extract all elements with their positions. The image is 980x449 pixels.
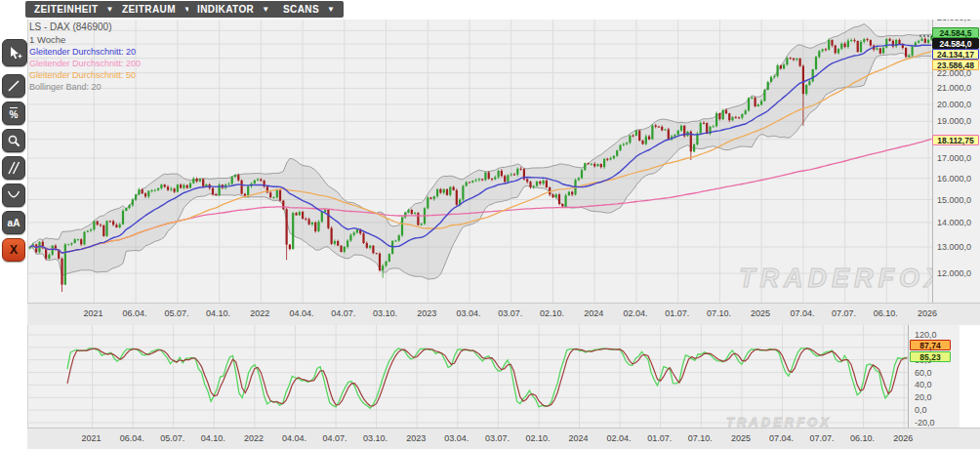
x-axis-label: 03.07. xyxy=(498,308,522,318)
oscillator-area[interactable] xyxy=(27,324,909,428)
text-tool-button[interactable]: aA xyxy=(2,211,25,234)
x-axis-label: 2022 xyxy=(244,433,264,443)
legend-sma200: Gleitender Durchschnitt: 200 xyxy=(29,58,141,69)
x-axis-label: 2026 xyxy=(918,308,937,318)
last-price-marker: 24.584,5 xyxy=(932,27,979,38)
legend-sma20: Gleitender Durchschnitt: 20 xyxy=(29,46,141,58)
bollinger-band xyxy=(30,24,932,280)
legend-bollinger: Bollinger Band: 20 xyxy=(29,81,141,93)
main-time-axis: 202106.04.05.07.04.10.202204.04.04.07.03… xyxy=(27,303,980,325)
x-axis-label: 04.10. xyxy=(201,433,225,443)
x-axis-label: 2022 xyxy=(250,308,269,318)
indikator-label: INDIKATOR xyxy=(197,4,254,15)
x-axis-label: 04.10. xyxy=(206,308,230,318)
price-tick-label: 13.000,0 xyxy=(937,242,971,252)
x-axis-label: 2024 xyxy=(568,433,588,443)
close-price-marker: 24.584,0 xyxy=(932,38,979,49)
delete-tool-button[interactable]: X xyxy=(2,238,25,262)
sma200-value-marker: 18.112,75 xyxy=(932,135,979,145)
stoch-d-marker: 85,23 xyxy=(910,351,951,362)
main-chart-area[interactable]: TRADERFOX xyxy=(27,20,933,303)
x-axis-label: 06.04. xyxy=(123,308,147,318)
scans-label: SCANS xyxy=(283,4,319,15)
interval-label: 1 Woche xyxy=(29,34,141,46)
trendline-icon xyxy=(7,79,20,93)
oscillator-tick-label: 0,0 xyxy=(915,405,927,415)
x-axis-label: 07.04. xyxy=(790,308,814,318)
x-axis-label: 03.07. xyxy=(485,433,510,443)
x-axis-label: 2024 xyxy=(584,308,603,318)
chevron-down-icon: ▼ xyxy=(327,6,335,14)
sma50-value-marker: 23.586,48 xyxy=(932,60,979,70)
chart-legend: LS - DAX (846900) 1 Woche Gleitender Dur… xyxy=(29,21,141,93)
main-chart-canvas[interactable] xyxy=(28,20,933,303)
x-axis-label: 06.10. xyxy=(850,433,875,443)
x-axis-label: 2021 xyxy=(83,308,102,318)
magnifier-icon xyxy=(7,134,20,147)
price-tick-label: 12.000,0 xyxy=(937,268,971,278)
zoom-tool-button[interactable] xyxy=(2,129,25,152)
x-axis-label: 2026 xyxy=(893,433,913,443)
zeiteinheit-label: ZEITEINHEIT xyxy=(34,4,99,15)
scans-dropdown[interactable]: SCANS ▼ xyxy=(274,1,344,18)
x-axis-label: 04.07. xyxy=(323,433,347,443)
oscillator-canvas[interactable] xyxy=(28,324,909,428)
x-axis-label: 03.10. xyxy=(363,433,388,443)
oscillator-tick-label: 40,0 xyxy=(915,380,932,389)
x-axis-label: 04.04. xyxy=(282,433,306,443)
x-axis-label: 02.04. xyxy=(607,433,632,443)
trendline-tool-button[interactable] xyxy=(2,74,25,98)
percent-tool-button[interactable]: % xyxy=(2,102,25,125)
zeiteinheit-dropdown[interactable]: ZEITEINHEIT ▼ xyxy=(25,1,123,18)
price-tick-label: 16.000,0 xyxy=(937,174,971,184)
x-axis-label: 07.04. xyxy=(769,433,794,443)
price-tick-label: 19.000,0 xyxy=(937,116,971,126)
oscillator-tick-label: 120,0 xyxy=(915,330,937,340)
x-axis-label: 01.07. xyxy=(647,433,672,443)
price-tick-label: 17.000,0 xyxy=(937,153,971,163)
x-axis-label: 03.10. xyxy=(373,308,397,318)
text-tool-icon: aA xyxy=(8,218,20,228)
x-axis-label: 2023 xyxy=(417,308,436,318)
close-icon: X xyxy=(10,243,18,257)
oscillator-time-axis: 202106.04.05.07.04.10.202204.04.04.07.03… xyxy=(27,428,980,449)
x-axis-label: 02.10. xyxy=(525,433,550,443)
chevron-down-icon: ▼ xyxy=(262,6,269,14)
x-axis-label: 2025 xyxy=(731,433,751,443)
oscillator-tick-label: 20,0 xyxy=(915,392,932,402)
x-axis-label: 06.04. xyxy=(120,433,144,443)
price-tick-label: 14.000,0 xyxy=(937,218,971,227)
x-axis-label: 04.04. xyxy=(290,308,314,318)
x-axis-label: 02.04. xyxy=(623,308,647,318)
price-tick-label: 15.000,0 xyxy=(937,195,971,205)
x-axis-label: 2023 xyxy=(406,433,426,443)
pointer-plus-icon xyxy=(8,46,22,61)
x-axis-label: 07.07. xyxy=(809,433,834,443)
oscillator-tick-label: 60,0 xyxy=(915,368,932,378)
indikator-dropdown[interactable]: INDIKATOR ▼ xyxy=(188,1,279,18)
x-axis-label: 03.04. xyxy=(456,308,480,318)
x-axis-label: 05.07. xyxy=(160,433,184,443)
zeitraum-label: ZEITRAUM xyxy=(122,4,176,15)
charting-app: ZEITEINHEIT ▼ ZEITRAUM ▼ INDIKATOR ▼ SCA… xyxy=(0,0,980,449)
pointer-tool-button[interactable] xyxy=(2,39,27,66)
x-axis-label: 07.10. xyxy=(707,308,731,318)
x-axis-label: 07.07. xyxy=(832,308,856,318)
zeitraum-dropdown[interactable]: ZEITRAUM ▼ xyxy=(113,1,200,18)
x-axis-label: 02.10. xyxy=(540,308,564,318)
parallel-lines-icon xyxy=(7,161,20,175)
drawing-tool-sidebar: % aA X xyxy=(0,20,27,449)
sma20-value-marker: 24.134,17 xyxy=(932,49,979,60)
legend-sma50: Gleitender Durchschnitt: 50 xyxy=(29,69,141,81)
arc-icon xyxy=(7,188,20,202)
x-axis-label: 06.10. xyxy=(874,308,898,318)
stoch-k-marker: 87,74 xyxy=(910,340,951,350)
price-tick-label: 21.000,0 xyxy=(937,83,971,93)
x-axis-label: 2025 xyxy=(751,308,770,318)
parallel-lines-tool-button[interactable] xyxy=(2,156,25,180)
oscillator-tick-label: -20,0 xyxy=(915,418,935,428)
x-axis-label: 2021 xyxy=(82,433,102,443)
percent-icon: % xyxy=(10,107,19,120)
arc-tool-button[interactable] xyxy=(2,184,25,207)
x-axis-label: 07.10. xyxy=(688,433,713,443)
